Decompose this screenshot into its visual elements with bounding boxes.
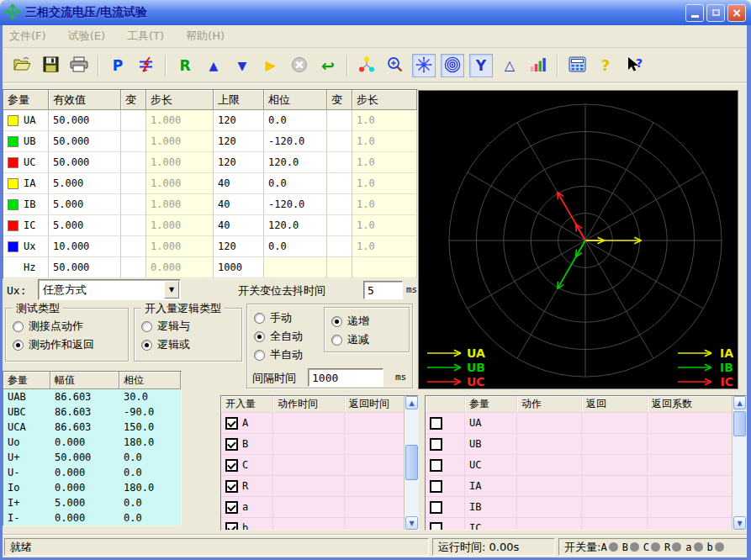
limit-cell[interactable]: 1000 [214,257,264,278]
value-cell[interactable]: 5.000 [49,173,121,194]
step-cell[interactable]: 0.000 [146,257,214,278]
step-cell[interactable]: 1.0 [352,110,417,131]
menu-item-2[interactable]: 工具(T) [127,29,164,44]
direction-option[interactable]: 递增 [325,312,409,330]
delta-connection-button[interactable]: △ [498,54,521,77]
checkbox-icon[interactable] [225,438,238,451]
menu-item-3[interactable]: 帮助(H) [186,29,225,44]
value-cell[interactable]: 5.000 [49,215,121,236]
var-cell[interactable] [327,194,352,215]
combo-dropdown-icon[interactable]: ▼ [164,281,179,298]
menu-item-0[interactable]: 文件(F) [9,29,46,44]
step-cell[interactable]: 1.000 [146,173,214,194]
value-cell[interactable]: 50.000 [49,152,121,173]
action-table-scrollbar[interactable]: ▲ ▼ [732,396,746,530]
step-cell[interactable]: 1.0 [352,194,417,215]
step-cell[interactable]: 1.0 [352,131,417,152]
radio-icon[interactable] [331,335,342,346]
radio-icon[interactable] [254,331,265,342]
var-cell[interactable] [121,131,146,152]
limit-cell[interactable]: 120 [214,131,264,152]
checkbox-icon[interactable] [430,480,442,493]
logic-type-option[interactable]: 逻辑或 [135,335,241,354]
print-button[interactable] [67,54,91,77]
rollback-button[interactable]: ↩ [316,54,340,77]
minimize-button[interactable] [685,4,704,22]
checkbox-icon[interactable] [225,522,238,531]
checkbox-icon[interactable] [225,501,238,514]
var-cell[interactable] [327,257,352,278]
help-button[interactable]: ? [594,54,617,77]
direction-option[interactable]: 递减 [325,330,409,349]
checkbox-icon[interactable] [430,501,442,514]
phase-cell[interactable]: 120.0 [264,215,327,236]
step-cell[interactable]: 1.000 [146,215,214,236]
zoom-in-button[interactable] [383,54,407,77]
scroll-up-icon[interactable]: ▲ [405,396,418,409]
limit-cell[interactable]: 120 [214,236,264,257]
var-cell[interactable] [121,110,146,131]
save-button[interactable] [39,54,62,77]
step-cell[interactable]: 1.000 [146,152,214,173]
scroll-down-icon[interactable]: ▼ [733,516,746,530]
maximize-button[interactable] [706,4,725,22]
limit-cell[interactable]: 40 [214,173,264,194]
value-cell[interactable]: 50.000 [49,131,121,152]
checkbox-icon[interactable] [430,522,442,531]
radio-icon[interactable] [13,340,24,351]
limit-cell[interactable]: 120 [214,110,264,131]
value-cell[interactable]: 50.000 [49,110,121,131]
var-cell[interactable] [327,236,352,257]
radio-icon[interactable] [254,350,265,361]
var-cell[interactable] [121,194,146,215]
var-cell[interactable] [121,257,146,278]
mode-option[interactable]: 全自动 [247,327,325,346]
var-cell[interactable] [327,173,352,194]
radio-icon[interactable] [141,340,152,351]
scrollbar-thumb[interactable] [405,445,418,480]
debounce-input[interactable] [363,281,403,299]
var-cell[interactable] [327,215,352,236]
checkbox-icon[interactable] [430,438,442,451]
switch-table-scrollbar[interactable]: ▲ ▼ [404,396,418,530]
phase-cell[interactable]: 120.0 [264,152,327,173]
checkbox-icon[interactable] [225,459,238,472]
checkbox-icon[interactable] [225,480,238,493]
context-help-button[interactable]: ? [622,54,646,77]
open-button[interactable] [10,54,34,77]
p-setting-button[interactable]: P [106,54,130,77]
step-cell[interactable]: 1.0 [352,236,417,257]
var-cell[interactable] [327,152,352,173]
step-cell[interactable]: 1.000 [146,194,214,215]
bar-chart-button[interactable] [526,54,550,77]
checkbox-icon[interactable] [430,459,442,472]
y-connection-button[interactable]: Y [469,54,493,77]
value-cell[interactable]: 10.000 [49,236,121,257]
ux-mode-combobox[interactable]: 任意方式 ▼ [38,279,181,300]
step-up-button[interactable]: ▲ [202,54,225,77]
limit-cell[interactable]: 120 [214,152,264,173]
phase-cell[interactable]: -120.0 [264,131,327,152]
rays-view-button[interactable] [412,54,436,77]
step-down-button[interactable]: ▼ [230,54,254,77]
var-cell[interactable] [121,152,146,173]
step-cell[interactable]: 1.000 [146,110,214,131]
interval-input[interactable] [308,368,383,387]
test-type-option[interactable]: 测动作和返回 [6,335,128,354]
scroll-up-icon[interactable]: ▲ [733,396,746,409]
phase-cell[interactable] [264,257,327,278]
var-cell[interactable] [121,173,146,194]
var-cell[interactable] [327,131,352,152]
short-circuit-button[interactable] [135,54,158,77]
checkbox-icon[interactable] [430,417,442,430]
stop-button[interactable] [288,54,311,77]
mode-option[interactable]: 半自动 [247,346,325,364]
test-type-option[interactable]: 测接点动作 [6,317,128,335]
r-setting-button[interactable]: R [173,54,197,77]
step-cell[interactable]: 1.0 [352,215,417,236]
phase-cell[interactable]: 0.0 [264,110,327,131]
radio-icon[interactable] [141,321,152,332]
phase-cell[interactable]: -120.0 [264,194,327,215]
step-cell[interactable]: 1.0 [352,152,417,173]
var-cell[interactable] [121,215,146,236]
